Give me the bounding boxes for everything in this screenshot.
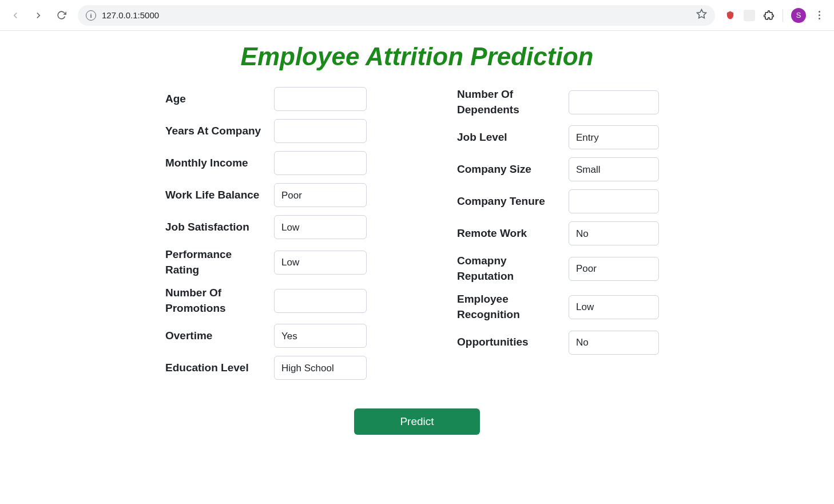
predict-button[interactable]: Predict (354, 408, 480, 435)
label-number-of-dependents: Number Of Dependents (457, 87, 569, 117)
select-education-level[interactable]: High School (274, 356, 367, 380)
label-job-satisfaction: Job Satisfaction (165, 220, 274, 235)
label-opportunities: Opportunities (457, 335, 569, 350)
form-row-employee-recognition: Employee RecognitionLow (457, 292, 669, 322)
prediction-form: AgeYears At CompanyMonthly IncomeWork Li… (165, 87, 669, 388)
form-row-education-level: Education LevelHigh School (165, 356, 377, 380)
input-number-of-promotions[interactable] (274, 289, 367, 313)
svg-marker-0 (697, 9, 706, 18)
label-years-at-company: Years At Company (165, 124, 274, 139)
label-performance-rating: Performance Rating (165, 247, 274, 277)
label-company-tenure: Company Tenure (457, 194, 569, 209)
select-job-satisfaction[interactable]: Low (274, 215, 367, 239)
label-employee-recognition: Employee Recognition (457, 292, 569, 322)
label-company-size: Company Size (457, 162, 569, 177)
label-work-life-balance: Work Life Balance (165, 188, 274, 203)
select-comapny-reputation[interactable]: Poor (569, 257, 659, 281)
form-row-job-level: Job LevelEntry (457, 125, 669, 149)
select-remote-work[interactable]: No (569, 221, 659, 245)
label-remote-work: Remote Work (457, 226, 569, 241)
extensions-puzzle-icon[interactable] (763, 10, 775, 21)
select-performance-rating[interactable]: Low (274, 251, 367, 275)
form-column-right: Number Of DependentsJob LevelEntryCompan… (457, 87, 669, 388)
form-column-left: AgeYears At CompanyMonthly IncomeWork Li… (165, 87, 377, 388)
label-number-of-promotions: Number Of Promotions (165, 285, 274, 316)
input-monthly-income[interactable] (274, 151, 367, 175)
input-company-tenure[interactable] (569, 189, 659, 213)
form-row-number-of-promotions: Number Of Promotions (165, 285, 377, 316)
profile-avatar[interactable]: S (791, 8, 806, 23)
forward-button[interactable] (29, 6, 48, 25)
form-row-company-tenure: Company Tenure (457, 189, 669, 213)
label-job-level: Job Level (457, 130, 569, 145)
extension-placeholder-icon[interactable] (744, 10, 755, 21)
back-button[interactable] (6, 6, 25, 25)
browser-toolbar: i 127.0.0.1:5000 S (0, 0, 834, 31)
label-monthly-income: Monthly Income (165, 156, 274, 171)
form-row-performance-rating: Performance RatingLow (165, 247, 377, 277)
form-row-job-satisfaction: Job SatisfactionLow (165, 215, 377, 239)
select-employee-recognition[interactable]: Low (569, 295, 659, 319)
form-row-age: Age (165, 87, 377, 111)
bookmark-star-icon[interactable] (696, 9, 707, 22)
input-years-at-company[interactable] (274, 119, 367, 143)
form-row-opportunities: OpportunitiesNo (457, 331, 669, 355)
url-text: 127.0.0.1:5000 (102, 10, 159, 20)
input-number-of-dependents[interactable] (569, 90, 659, 114)
toolbar-divider (783, 9, 783, 22)
input-age[interactable] (274, 87, 367, 111)
label-comapny-reputation: Comapny Reputation (457, 253, 569, 284)
select-job-level[interactable]: Entry (569, 125, 659, 149)
form-row-company-size: Company SizeSmall (457, 157, 669, 181)
form-row-work-life-balance: Work Life BalancePoor (165, 183, 377, 207)
browser-menu-button[interactable] (814, 11, 825, 19)
form-row-number-of-dependents: Number Of Dependents (457, 87, 669, 117)
label-education-level: Education Level (165, 360, 274, 376)
reload-button[interactable] (51, 6, 71, 25)
extension-icons: S (724, 8, 828, 23)
label-overtime: Overtime (165, 328, 274, 344)
form-row-overtime: OvertimeYes (165, 324, 377, 348)
select-overtime[interactable]: Yes (274, 324, 367, 348)
mcafee-icon[interactable] (724, 10, 736, 21)
address-bar[interactable]: i 127.0.0.1:5000 (78, 5, 715, 26)
form-row-years-at-company: Years At Company (165, 119, 377, 143)
select-work-life-balance[interactable]: Poor (274, 183, 367, 207)
select-opportunities[interactable]: No (569, 331, 659, 355)
site-info-icon[interactable]: i (86, 10, 96, 21)
form-row-comapny-reputation: Comapny ReputationPoor (457, 253, 669, 284)
form-row-remote-work: Remote WorkNo (457, 221, 669, 245)
label-age: Age (165, 92, 274, 107)
select-company-size[interactable]: Small (569, 157, 659, 181)
page-title: Employee Attrition Prediction (0, 42, 834, 71)
form-row-monthly-income: Monthly Income (165, 151, 377, 175)
